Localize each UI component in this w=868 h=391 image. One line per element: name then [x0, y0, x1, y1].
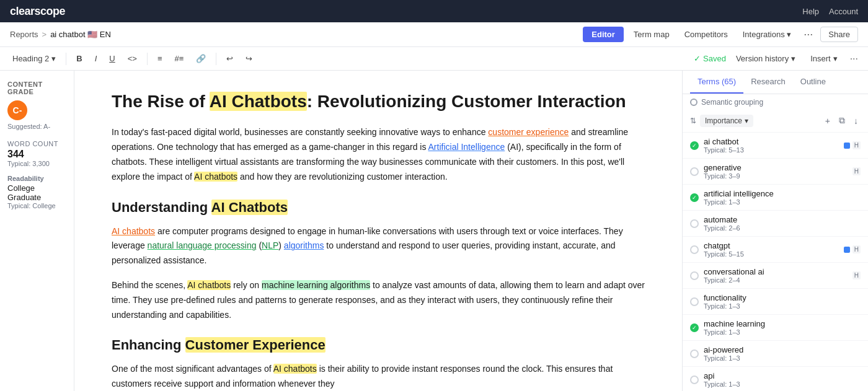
- link-icon: 🔗: [196, 54, 206, 63]
- code-button[interactable]: <>: [123, 51, 142, 66]
- tab-research[interactable]: Research: [743, 71, 793, 94]
- chevron-down-icon: ▾: [791, 54, 795, 63]
- top-nav: clearscope Help Account: [0, 0, 868, 22]
- account-menu[interactable]: Account: [829, 7, 858, 16]
- help-menu[interactable]: Help: [802, 7, 819, 16]
- h-badge: H: [852, 167, 861, 175]
- toolbar-separator: [66, 53, 66, 65]
- toolbar-right: ✓ Saved Version history ▾ Insert ▾ ···: [694, 51, 861, 67]
- download-terms-button[interactable]: ↓: [851, 115, 861, 127]
- list-item[interactable]: apiTypical: 1–3: [683, 367, 868, 391]
- toolbar: Heading 2 ▾ B I U <> ≡ #≡ 🔗 ↩ ↪ ✓ Saved …: [0, 47, 868, 71]
- importance-button[interactable]: Importance ▾: [700, 115, 753, 127]
- list-item[interactable]: generativeTypical: 3–9H: [683, 159, 868, 185]
- terms-toolbar: ⇅ Importance ▾ + ⧉ ↓: [683, 109, 868, 133]
- breadcrumb-actions: Editor Term map Competitors Integrations…: [583, 25, 858, 43]
- integrations-button[interactable]: Integrations ▾: [738, 27, 797, 42]
- editor-area[interactable]: The Rise of AI Chatbots: Revolutionizing…: [74, 71, 682, 391]
- term-check-icon[interactable]: [690, 219, 699, 228]
- term-name: ai chatbot: [704, 137, 839, 146]
- insert-button[interactable]: Insert ▾: [805, 51, 843, 66]
- editor-button[interactable]: Editor: [583, 27, 624, 42]
- blue-badge-icon: [844, 247, 850, 253]
- bullet-list-button[interactable]: ≡: [153, 51, 167, 66]
- term-check-icon[interactable]: [690, 297, 699, 306]
- highlighted-ai-chatbots: AI Chatbots: [210, 92, 307, 111]
- list-item[interactable]: chatgptTypical: 5–15H: [683, 237, 868, 263]
- list-item[interactable]: machine learningTypical: 1–3: [683, 315, 868, 341]
- term-name: functionality: [704, 293, 856, 302]
- term-typical: Typical: 1–3: [704, 302, 856, 310]
- term-name: machine learning: [704, 319, 856, 328]
- link-button[interactable]: 🔗: [191, 51, 211, 66]
- chevron-down-icon: ▾: [51, 54, 56, 63]
- artificial-intelligence-term: Artificial Intelligence: [428, 142, 505, 152]
- highlighted-ai-chatbots-h2: AI Chatbots: [211, 200, 288, 215]
- list-item[interactable]: ai-poweredTypical: 1–3: [683, 341, 868, 367]
- term-check-icon[interactable]: [690, 349, 699, 358]
- term-typical: Typical: 3–9: [704, 172, 848, 180]
- italic-button[interactable]: I: [90, 51, 102, 66]
- more-options-icon[interactable]: ···: [801, 25, 815, 43]
- share-button[interactable]: Share: [820, 27, 858, 42]
- redo-button[interactable]: ↪: [241, 51, 257, 66]
- readability-label: Readability: [7, 175, 66, 182]
- term-map-button[interactable]: Term map: [629, 27, 675, 42]
- reports-link[interactable]: Reports: [10, 30, 38, 39]
- underline-button[interactable]: U: [104, 51, 120, 66]
- term-check-icon[interactable]: [690, 323, 699, 332]
- term-check-icon[interactable]: [690, 271, 699, 280]
- more-toolbar-icon[interactable]: ···: [848, 51, 861, 67]
- term-name: api: [704, 371, 856, 380]
- heading-selector[interactable]: Heading 2 ▾: [7, 51, 61, 66]
- bullet-list-icon: ≡: [157, 54, 162, 63]
- breadcrumb-bar: Reports > ai chatbot 🇺🇸 EN Editor Term m…: [0, 22, 868, 47]
- algorithms-term: algorithms: [284, 240, 324, 250]
- copy-terms-button[interactable]: ⧉: [836, 114, 848, 127]
- undo-button[interactable]: ↩: [221, 51, 238, 66]
- blue-badge-icon: [844, 143, 850, 149]
- breadcrumb: Reports > ai chatbot 🇺🇸 EN: [10, 30, 111, 39]
- right-sidebar-tabs: Terms (65) Research Outline: [683, 71, 868, 94]
- term-check-icon[interactable]: [690, 245, 699, 254]
- nlp-term: natural language processing: [148, 240, 257, 250]
- semantic-grouping-row: Semantic grouping: [683, 94, 868, 109]
- term-name: artificial intelligence: [704, 189, 856, 198]
- list-item[interactable]: functionalityTypical: 1–3: [683, 289, 868, 315]
- term-check-icon[interactable]: [690, 376, 699, 384]
- terms-list: ai chatbotTypical: 5–13HgenerativeTypica…: [683, 133, 868, 391]
- h-badge: H: [852, 271, 861, 279]
- ai-chatbots-term-inline: AI chatbots: [194, 172, 237, 182]
- term-name: generative: [704, 163, 848, 172]
- ai-chatbots-term-p1: AI chatbots: [112, 226, 155, 236]
- add-term-button[interactable]: +: [823, 115, 833, 127]
- list-item[interactable]: ai chatbotTypical: 5–13H: [683, 133, 868, 159]
- saved-status: ✓ Saved: [694, 54, 726, 63]
- h2-understanding: Understanding AI Chatbots: [112, 200, 645, 216]
- list-item[interactable]: conversational aiTypical: 2–4H: [683, 263, 868, 289]
- ordered-list-button[interactable]: #≡: [169, 51, 188, 66]
- term-check-icon[interactable]: [690, 141, 699, 150]
- tab-terms[interactable]: Terms (65): [690, 71, 743, 94]
- list-item[interactable]: artificial intelligenceTypical: 1–3: [683, 185, 868, 211]
- term-typical: Typical: 1–3: [704, 380, 856, 388]
- breadcrumb-sep: >: [42, 30, 47, 39]
- version-history-button[interactable]: Version history ▾: [731, 51, 800, 66]
- competitors-button[interactable]: Competitors: [680, 27, 733, 42]
- term-check-icon[interactable]: [690, 193, 699, 202]
- term-check-icon[interactable]: [690, 167, 699, 176]
- term-typical: Typical: 1–3: [704, 328, 856, 336]
- customer-experience-term: customer experience: [488, 127, 569, 137]
- tab-outline[interactable]: Outline: [793, 71, 833, 94]
- ordered-list-icon: #≡: [174, 54, 184, 63]
- word-count-label: Word count: [7, 140, 66, 147]
- highlighted-customer-experience: Customer Experience: [185, 337, 326, 353]
- left-sidebar: Content grade C- Suggested: A- Word coun…: [0, 71, 74, 391]
- term-typical: Typical: 1–3: [704, 198, 856, 206]
- grade-suggested: Suggested: A-: [7, 123, 66, 130]
- para1: AI chatbots are computer programs design…: [112, 224, 645, 268]
- bold-button[interactable]: B: [71, 51, 87, 66]
- chevron-down-icon: ▾: [833, 54, 838, 63]
- list-item[interactable]: automateTypical: 2–6: [683, 211, 868, 237]
- logo: clearscope: [10, 5, 65, 18]
